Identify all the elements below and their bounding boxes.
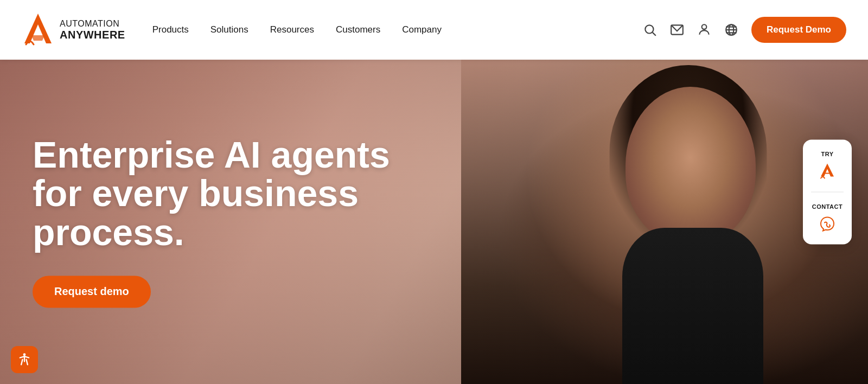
person-body bbox=[622, 228, 763, 384]
person-head bbox=[626, 87, 756, 244]
nav-item-resources[interactable]: Resources bbox=[270, 24, 314, 35]
widget-try-icon bbox=[818, 162, 837, 181]
widget-contact-icon bbox=[818, 214, 837, 234]
logo-icon bbox=[22, 11, 54, 49]
svg-point-9 bbox=[23, 353, 26, 356]
svg-point-0 bbox=[645, 25, 653, 33]
globe-icon[interactable] bbox=[724, 23, 738, 37]
hero-headline-line2: for every business process. bbox=[33, 173, 359, 253]
request-demo-button[interactable]: Request Demo bbox=[751, 17, 846, 43]
widget-divider bbox=[811, 192, 844, 193]
hero-section: Enterprise AI agents for every business … bbox=[0, 60, 868, 384]
widget-try-section[interactable]: TRY bbox=[818, 151, 837, 181]
mail-icon[interactable] bbox=[670, 23, 684, 37]
svg-line-1 bbox=[653, 33, 656, 36]
logo-text-anywhere: ANYWHERE bbox=[60, 29, 125, 41]
widget-try-label: TRY bbox=[821, 151, 833, 157]
user-icon[interactable] bbox=[697, 23, 711, 37]
hero-cta-button[interactable]: Request demo bbox=[33, 276, 151, 308]
nav-item-solutions[interactable]: Solutions bbox=[210, 24, 248, 35]
nav-item-company[interactable]: Company bbox=[402, 24, 442, 35]
navbar: AUTOMATION ANYWHERE Products Solutions R… bbox=[0, 0, 868, 60]
hero-content: Enterprise AI agents for every business … bbox=[33, 136, 439, 308]
side-widget: TRY CONTACT bbox=[803, 140, 852, 245]
accessibility-button[interactable] bbox=[11, 346, 38, 373]
widget-contact-section[interactable]: CONTACT bbox=[812, 203, 843, 234]
accessibility-icon bbox=[17, 352, 32, 367]
nav-links: Products Solutions Resources Customers C… bbox=[152, 24, 643, 35]
svg-point-3 bbox=[702, 24, 707, 29]
widget-contact-label: CONTACT bbox=[812, 203, 843, 210]
hero-headline: Enterprise AI agents for every business … bbox=[33, 136, 439, 252]
nav-icons bbox=[643, 23, 738, 37]
search-icon[interactable] bbox=[643, 23, 657, 37]
nav-item-products[interactable]: Products bbox=[152, 24, 189, 35]
logo[interactable]: AUTOMATION ANYWHERE bbox=[22, 11, 125, 49]
hero-headline-line1: Enterprise AI agents bbox=[33, 134, 390, 175]
nav-item-customers[interactable]: Customers bbox=[336, 24, 380, 35]
logo-text-automation: AUTOMATION bbox=[60, 19, 125, 29]
